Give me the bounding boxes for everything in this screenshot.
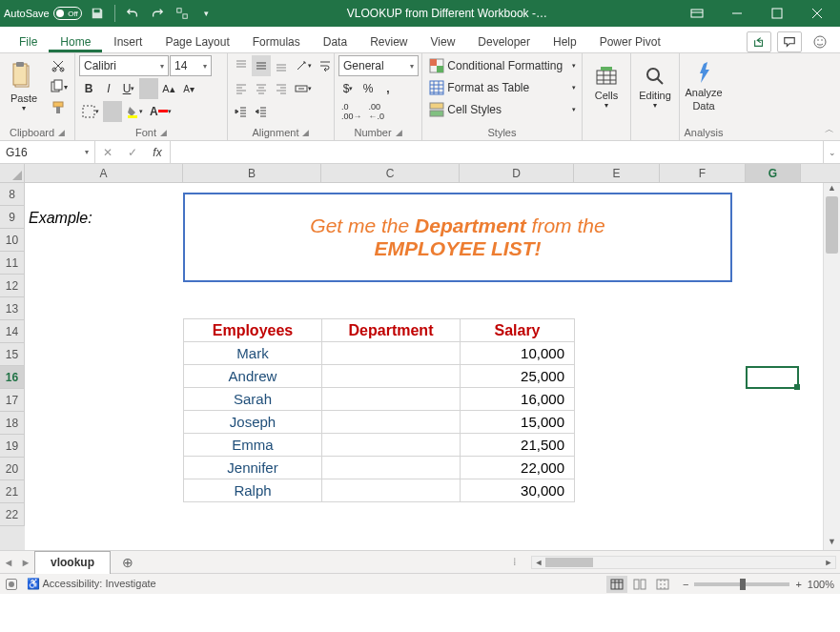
col-header-d[interactable]: D bbox=[460, 164, 574, 182]
align-middle-button[interactable] bbox=[252, 55, 271, 76]
number-format-combo[interactable]: General▾ bbox=[338, 55, 419, 76]
align-top-button[interactable] bbox=[232, 55, 251, 76]
font-launcher-icon[interactable]: ◢ bbox=[160, 128, 167, 137]
fill-color-button[interactable]: ▾ bbox=[123, 101, 146, 122]
expand-formula-bar-icon[interactable]: ⌄ bbox=[823, 141, 840, 163]
alignment-launcher-icon[interactable]: ◢ bbox=[302, 128, 309, 137]
row-header[interactable]: 11 bbox=[0, 252, 25, 275]
active-cell[interactable] bbox=[746, 366, 799, 389]
row-header[interactable]: 15 bbox=[0, 343, 25, 366]
minimize-button[interactable] bbox=[718, 0, 756, 27]
scroll-thumb[interactable] bbox=[826, 196, 838, 254]
wrap-text-button[interactable] bbox=[316, 55, 335, 76]
undo-icon[interactable] bbox=[123, 4, 142, 23]
zoom-slider[interactable] bbox=[694, 582, 789, 586]
paste-button[interactable]: Paste ▾ bbox=[4, 55, 44, 118]
tab-power-pivot[interactable]: Power Pivot bbox=[588, 30, 672, 52]
row-header[interactable]: 16 bbox=[0, 366, 25, 389]
bold-button[interactable]: B bbox=[79, 78, 98, 99]
sheet-nav-prev[interactable]: ◄ bbox=[0, 557, 17, 568]
sheet-nav-next[interactable]: ► bbox=[17, 557, 34, 568]
cut-button[interactable] bbox=[46, 55, 71, 76]
cells-area[interactable]: Example: Get me the Department from the … bbox=[25, 183, 823, 550]
sheet-tab-vlookup[interactable]: vlookup bbox=[34, 551, 111, 574]
instruction-textbox[interactable]: Get me the Department from the EMPLOYEE … bbox=[183, 193, 732, 282]
format-as-table-button[interactable]: Format as Table▾ bbox=[426, 77, 579, 98]
save-icon[interactable] bbox=[88, 4, 107, 23]
hscroll-right-icon[interactable]: ► bbox=[822, 558, 835, 567]
comma-button[interactable]: , bbox=[379, 78, 398, 99]
tab-page-layout[interactable]: Page Layout bbox=[154, 30, 240, 52]
zoom-out-button[interactable]: − bbox=[683, 579, 688, 590]
align-right-button[interactable] bbox=[272, 78, 291, 99]
zoom-level[interactable]: 100% bbox=[808, 579, 834, 590]
tab-formulas[interactable]: Formulas bbox=[241, 30, 312, 52]
align-left-button[interactable] bbox=[232, 78, 251, 99]
cells-button[interactable]: Cells▾ bbox=[586, 55, 626, 118]
accessibility-status[interactable]: ♿ Accessibility: Investigate bbox=[27, 578, 156, 590]
scroll-down-icon[interactable]: ▼ bbox=[824, 537, 840, 550]
col-header-b[interactable]: B bbox=[183, 164, 321, 182]
hscroll-left-icon[interactable]: ◄ bbox=[532, 558, 545, 567]
tab-review[interactable]: Review bbox=[359, 30, 419, 52]
comments-button[interactable] bbox=[777, 31, 802, 52]
tab-insert[interactable]: Insert bbox=[102, 30, 154, 52]
underline-button[interactable]: U▾ bbox=[119, 78, 138, 99]
close-button[interactable] bbox=[798, 0, 836, 27]
insert-function-icon[interactable]: fx bbox=[145, 146, 170, 159]
tab-data[interactable]: Data bbox=[312, 30, 359, 52]
horizontal-scrollbar[interactable]: ⁞ ◄ ► bbox=[531, 556, 836, 569]
maximize-button[interactable] bbox=[758, 0, 796, 27]
merge-button[interactable]: ▾ bbox=[292, 78, 315, 99]
share-button[interactable] bbox=[747, 31, 771, 52]
format-painter-button[interactable] bbox=[46, 97, 71, 118]
conditional-formatting-button[interactable]: Conditional Formatting▾ bbox=[426, 55, 579, 76]
col-header-f[interactable]: F bbox=[660, 164, 746, 182]
italic-button[interactable]: I bbox=[99, 78, 118, 99]
col-header-a[interactable]: A bbox=[25, 164, 183, 182]
hscroll-thumb[interactable] bbox=[545, 558, 593, 567]
ribbon-display-icon[interactable] bbox=[678, 0, 716, 27]
increase-indent-button[interactable] bbox=[252, 101, 271, 122]
analyze-data-button[interactable]: Analyze Data bbox=[684, 55, 724, 118]
row-header[interactable]: 18 bbox=[0, 412, 25, 435]
name-box[interactable]: G16▾ bbox=[0, 141, 95, 163]
touch-mode-icon[interactable] bbox=[173, 4, 192, 23]
align-center-button[interactable] bbox=[252, 78, 271, 99]
normal-view-button[interactable] bbox=[606, 576, 627, 593]
header-employees[interactable]: Employees bbox=[184, 319, 322, 342]
tab-developer[interactable]: Developer bbox=[466, 30, 542, 52]
tab-view[interactable]: View bbox=[420, 30, 467, 52]
font-color-button[interactable]: A▾ bbox=[147, 101, 174, 122]
scroll-up-icon[interactable]: ▲ bbox=[824, 183, 840, 196]
percent-button[interactable]: % bbox=[359, 78, 378, 99]
decrease-font-button[interactable]: A▾ bbox=[179, 78, 198, 99]
number-launcher-icon[interactable]: ◢ bbox=[396, 128, 402, 137]
redo-icon[interactable] bbox=[148, 4, 167, 23]
font-name-combo[interactable]: Calibri▾ bbox=[79, 55, 169, 76]
row-header[interactable]: 22 bbox=[0, 503, 25, 526]
page-layout-view-button[interactable] bbox=[629, 576, 650, 593]
borders-button[interactable]: ▾ bbox=[79, 101, 102, 122]
page-break-view-button[interactable] bbox=[652, 576, 673, 593]
col-header-g[interactable]: G bbox=[746, 164, 801, 182]
macro-record-icon[interactable] bbox=[6, 579, 17, 590]
row-header[interactable]: 9 bbox=[0, 206, 25, 229]
emoji-button[interactable] bbox=[808, 31, 832, 52]
enter-formula-icon[interactable]: ✓ bbox=[120, 146, 145, 159]
decrease-indent-button[interactable] bbox=[232, 101, 251, 122]
row-header[interactable]: 20 bbox=[0, 458, 25, 480]
accounting-button[interactable]: $▾ bbox=[338, 78, 358, 99]
cell-styles-button[interactable]: Cell Styles▾ bbox=[426, 99, 579, 120]
qat-customize-icon[interactable]: ▾ bbox=[197, 4, 216, 23]
header-department[interactable]: Department bbox=[322, 319, 461, 342]
tab-help[interactable]: Help bbox=[542, 30, 588, 52]
row-header[interactable]: 12 bbox=[0, 275, 25, 297]
row-header[interactable]: 21 bbox=[0, 480, 25, 503]
header-salary[interactable]: Salary bbox=[461, 319, 575, 342]
tab-home[interactable]: Home bbox=[49, 30, 102, 52]
new-sheet-button[interactable]: ⊕ bbox=[116, 555, 139, 570]
formula-input[interactable] bbox=[171, 141, 823, 163]
increase-decimal-button[interactable]: .0.00→ bbox=[338, 101, 365, 122]
cancel-formula-icon[interactable]: ✕ bbox=[95, 146, 120, 159]
